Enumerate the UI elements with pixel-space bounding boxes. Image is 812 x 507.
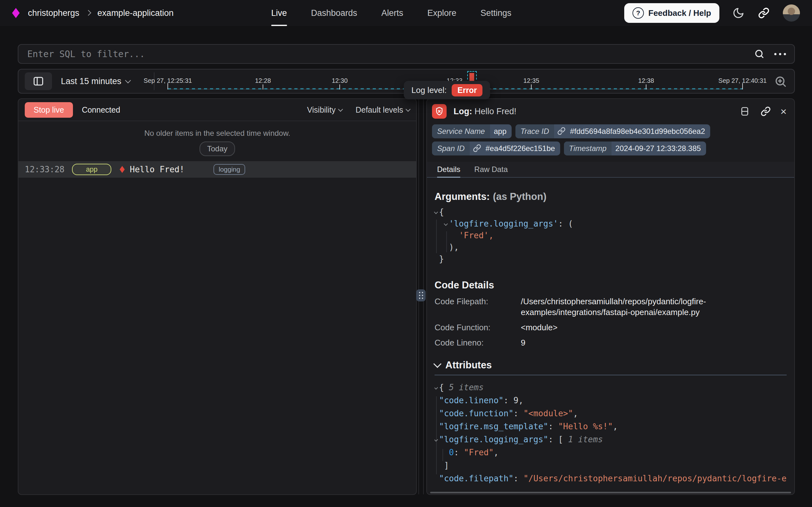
code-line: 'Fred', bbox=[435, 230, 787, 241]
visibility-dropdown[interactable]: Visibility bbox=[307, 105, 342, 115]
detail-tab-details[interactable]: Details bbox=[437, 162, 460, 177]
badge-value: app bbox=[490, 124, 512, 138]
collapse-chevron-icon[interactable] bbox=[444, 220, 449, 227]
badge-value: #fdd5694a8fa98eb4e301d99ebc056ea2 bbox=[566, 124, 710, 138]
code-line: "logfire.logging_args": [ 1 items bbox=[435, 433, 787, 446]
logfire-logo-icon[interactable] bbox=[12, 8, 20, 18]
timeline-tick-mark bbox=[646, 84, 646, 90]
badge-value: #ea4d5f226ec151be bbox=[482, 142, 560, 156]
collapse-chevron-icon[interactable] bbox=[435, 436, 439, 442]
kv-label: Code Lineno: bbox=[435, 337, 521, 348]
log-detail-panel: Log: Hello Fred! × Service NameappTrace … bbox=[426, 98, 795, 495]
collapse-chevron-icon bbox=[433, 360, 441, 368]
timeline-tick-mark bbox=[531, 84, 532, 90]
close-icon[interactable]: × bbox=[780, 106, 787, 117]
sidebar-toggle-button[interactable] bbox=[25, 72, 52, 90]
timeline-error-spike[interactable] bbox=[470, 73, 474, 81]
meta-badge-timestamp[interactable]: Timestamp2024-09-27 12:33:28.385 bbox=[564, 142, 706, 156]
code-line: ), bbox=[435, 241, 787, 253]
arguments-code: { 'logfire.logging_args': ( 'Fred', ),} bbox=[435, 206, 787, 265]
nav-tabs: LiveDashboardsAlertsExploreSettings bbox=[271, 0, 511, 26]
horizontal-scrollbar[interactable] bbox=[430, 492, 791, 493]
today-button[interactable]: Today bbox=[199, 142, 235, 156]
badge-value: 2024-09-27 12:33:28.385 bbox=[612, 142, 706, 156]
detail-title-prefix: Log: bbox=[453, 107, 472, 116]
more-options-icon[interactable] bbox=[774, 53, 786, 55]
error-diamond-icon bbox=[120, 166, 125, 173]
meta-badge-trace-id[interactable]: Trace ID#fdd5694a8fa98eb4e301d99ebc056ea… bbox=[515, 124, 710, 138]
badge-label: Timestamp bbox=[564, 142, 612, 156]
nav-tab-alerts[interactable]: Alerts bbox=[381, 0, 403, 26]
timeline-tick-label: 12:38 bbox=[638, 77, 654, 84]
detail-tab-raw-data[interactable]: Raw Data bbox=[474, 162, 507, 177]
time-range-dropdown[interactable]: Last 15 minutes bbox=[61, 69, 130, 93]
kv-label: Code Function: bbox=[435, 322, 521, 333]
detail-title-text: Hello Fred! bbox=[475, 107, 516, 116]
share-link-button[interactable] bbox=[757, 7, 770, 19]
time-range-label: Last 15 minutes bbox=[61, 76, 122, 86]
meta-badge-span-id[interactable]: Span ID#ea4d5f226ec151be bbox=[432, 142, 560, 156]
logfire-live-view: { "colors": { "brand_magenta": "#e11de1"… bbox=[0, 0, 812, 507]
timeline-zoom-in-button[interactable] bbox=[774, 75, 787, 88]
theme-toggle-button[interactable] bbox=[732, 7, 745, 19]
scope-tag: logging bbox=[213, 164, 245, 175]
code-line: 'logfire.logging_args': ( bbox=[435, 218, 787, 230]
timeline-tick-mark bbox=[168, 83, 168, 90]
attributes-heading: Attributes bbox=[445, 359, 492, 371]
code-line: { bbox=[435, 206, 787, 218]
question-circle-icon: ? bbox=[632, 7, 644, 19]
nav-tab-live[interactable]: Live bbox=[271, 0, 287, 26]
link-icon bbox=[473, 144, 482, 153]
error-level-badge: Error bbox=[452, 84, 483, 97]
code-line: "code.lineno": 9, bbox=[435, 394, 787, 407]
tooltip-label: Log level: bbox=[412, 86, 447, 95]
link-icon bbox=[761, 106, 771, 116]
detail-content: Arguments:(as Python) { 'logfire.logging… bbox=[427, 191, 794, 485]
breadcrumb-project[interactable]: example-application bbox=[98, 8, 174, 18]
user-avatar[interactable] bbox=[783, 4, 800, 21]
copy-link-button[interactable] bbox=[759, 105, 772, 118]
timeline-tick-label: 12:35 bbox=[523, 77, 539, 84]
breadcrumb-org[interactable]: christophergs bbox=[28, 8, 79, 18]
attributes-heading-row[interactable]: Attributes bbox=[435, 359, 787, 371]
open-reader-view-button[interactable] bbox=[738, 105, 751, 118]
code-details-rows: Code Filepath:/Users/christophersamiulla… bbox=[435, 296, 787, 348]
timeline-tick-label: 12:30 bbox=[332, 77, 348, 84]
nav-tab-explore[interactable]: Explore bbox=[427, 0, 456, 26]
sql-filter-input[interactable] bbox=[27, 49, 754, 60]
timeline-tick-mark bbox=[263, 84, 263, 90]
code-line: ] bbox=[435, 459, 787, 472]
kv-label: Code Filepath: bbox=[435, 296, 521, 318]
detail-tabs: DetailsRaw Data bbox=[427, 162, 794, 178]
default-levels-label: Default levels bbox=[356, 105, 403, 115]
live-panel-header: Stop live Connected Visibility Default l… bbox=[18, 99, 416, 121]
collapse-chevron-icon[interactable] bbox=[435, 384, 439, 390]
panel-resize-handle[interactable] bbox=[416, 289, 426, 301]
code-line: "code.function": "<module>", bbox=[435, 407, 787, 420]
nav-tab-settings[interactable]: Settings bbox=[481, 0, 512, 26]
search-icon[interactable] bbox=[754, 49, 765, 59]
chevron-down-icon bbox=[406, 107, 411, 112]
sql-filter-bar bbox=[18, 44, 795, 64]
breadcrumb-chevron-icon bbox=[85, 10, 91, 15]
feedback-help-label: Feedback / Help bbox=[648, 8, 711, 18]
link-icon bbox=[557, 127, 566, 136]
detail-title: Log: Hello Fred! bbox=[453, 107, 516, 116]
feedback-help-button[interactable]: ? Feedback / Help bbox=[624, 3, 720, 23]
default-levels-dropdown[interactable]: Default levels bbox=[356, 105, 410, 115]
log-row[interactable]: 12:33:28 app Hello Fred! logging bbox=[18, 161, 416, 178]
meta-badge-service-name[interactable]: Service Nameapp bbox=[432, 124, 512, 138]
collapse-chevron-icon[interactable] bbox=[435, 209, 439, 215]
stop-live-button[interactable]: Stop live bbox=[25, 102, 73, 118]
connection-status: Connected bbox=[82, 105, 120, 115]
code-details-heading: Code Details bbox=[435, 280, 787, 291]
timeline-tick-mark bbox=[339, 84, 340, 90]
chevron-down-icon bbox=[338, 107, 343, 112]
code-detail-row: Code Lineno:9 bbox=[435, 337, 787, 348]
empty-window-message: No older items in the selected time wind… bbox=[18, 129, 416, 138]
live-logs-panel: Stop live Connected Visibility Default l… bbox=[18, 98, 417, 495]
badge-label: Span ID bbox=[432, 142, 470, 156]
panel-left-icon bbox=[33, 75, 44, 87]
badge-row: Service NameappTrace ID#fdd5694a8fa98eb4… bbox=[432, 124, 789, 156]
nav-tab-dashboards[interactable]: Dashboards bbox=[311, 0, 358, 26]
